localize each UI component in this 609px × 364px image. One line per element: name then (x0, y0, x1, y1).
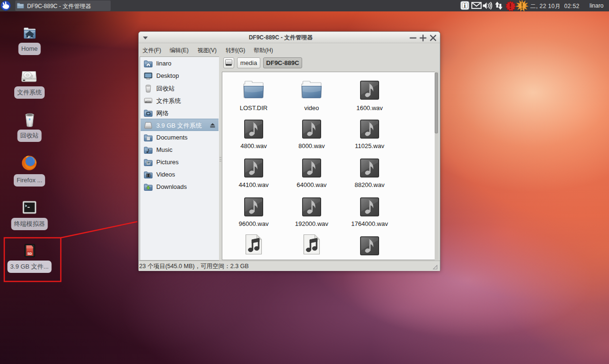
svg-text:SD: SD (28, 252, 32, 255)
